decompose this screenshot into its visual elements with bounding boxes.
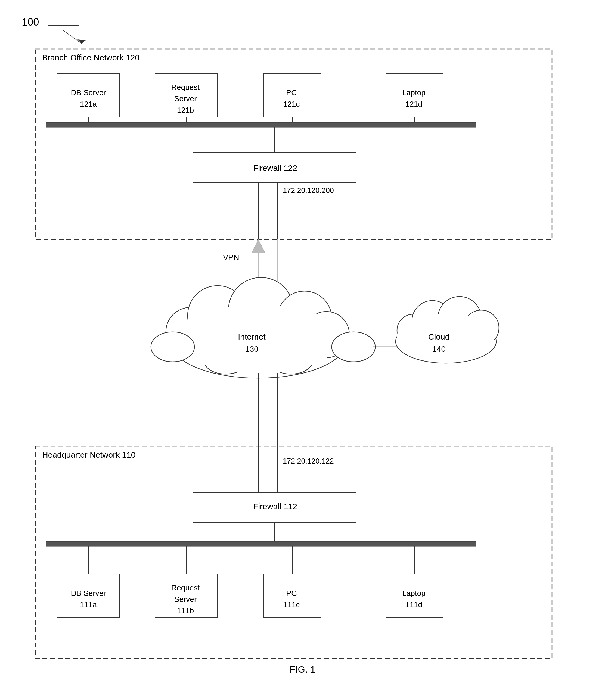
hq-ip-label: 172.20.120.122 <box>283 457 334 466</box>
svg-point-28 <box>269 347 313 374</box>
vpn-label: VPN <box>223 253 239 262</box>
svg-line-0 <box>62 30 82 44</box>
hq-db-server: DB Server111a <box>58 588 118 610</box>
branch-request-server: RequestServer121b <box>156 82 215 116</box>
svg-rect-2 <box>35 49 552 240</box>
svg-point-26 <box>303 311 349 358</box>
hq-laptop: Laptop111d <box>387 588 441 610</box>
fig-ref-label: 100 <box>22 16 39 28</box>
hq-firewall: Firewall 112 <box>193 502 357 511</box>
cloud-label: Cloud140 <box>428 330 449 355</box>
svg-rect-8 <box>46 122 476 127</box>
svg-rect-3 <box>35 446 552 658</box>
fig-ref-underline: _______ <box>48 18 48 18</box>
svg-marker-1 <box>78 40 86 44</box>
branch-ip-label: 172.20.120.200 <box>283 186 334 195</box>
svg-rect-47 <box>46 542 476 546</box>
svg-marker-18 <box>270 299 284 313</box>
svg-point-37 <box>464 310 499 346</box>
figure-label: FIG. 1 <box>290 664 315 675</box>
svg-point-34 <box>397 314 430 347</box>
branch-laptop: Laptop121d <box>387 87 441 110</box>
branch-firewall: Firewall 122 <box>193 162 357 174</box>
internet-label: Internet130 <box>238 330 266 355</box>
hq-request-server: RequestServer111b <box>156 582 215 617</box>
branch-network-label: Branch Office Network 120 <box>42 53 139 62</box>
svg-point-31 <box>151 332 194 362</box>
svg-point-32 <box>332 332 375 362</box>
svg-point-25 <box>278 291 332 346</box>
branch-db-server: DB Server121a <box>58 87 118 110</box>
svg-marker-16 <box>252 240 265 253</box>
branch-pc: PC121c <box>264 87 319 110</box>
hq-network-label: Headquarter Network 110 <box>42 450 136 459</box>
svg-point-22 <box>166 307 215 356</box>
hq-pc: PC111c <box>264 588 319 610</box>
